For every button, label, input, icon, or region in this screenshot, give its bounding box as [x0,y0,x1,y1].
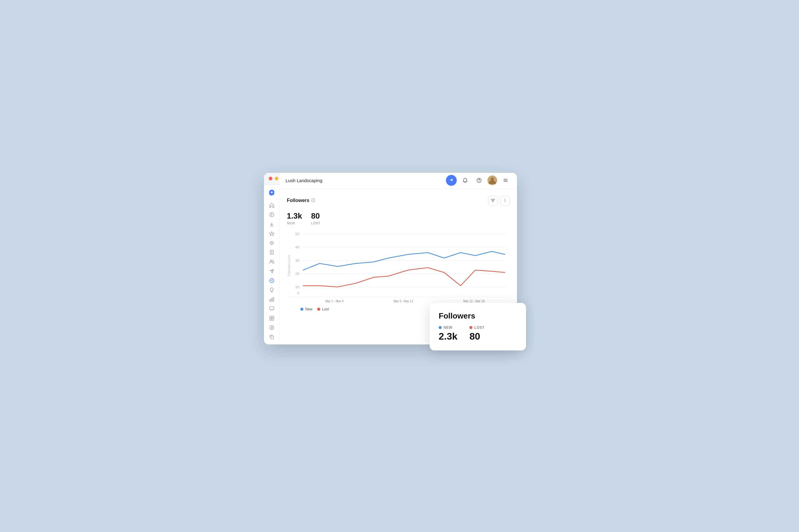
x-label-3: Mar 12 - Mar 18 [463,300,485,303]
tooltip-stats: NEW 2.3k LOST 80 [439,325,517,342]
svg-point-22 [505,202,505,202]
tooltip-new-dot [439,326,442,329]
close-dot[interactable] [269,177,272,180]
svg-point-20 [505,199,505,200]
svg-rect-6 [270,300,271,301]
section-actions [488,196,510,205]
svg-rect-9 [270,307,274,310]
tooltip-lost-value: 80 [469,331,484,342]
svg-text:Followers count: Followers count [287,255,291,276]
chat-icon[interactable] [267,211,277,218]
svg-rect-13 [272,319,274,320]
svg-rect-12 [270,319,272,320]
new-stat: 1.3k NEW [287,211,302,225]
chart-container: 50 40 30 20 10 0 Followers count [287,231,510,309]
grid-icon[interactable] [267,314,277,322]
tooltip-lost-dot [469,326,472,329]
legend-new: New [300,307,312,311]
compose-button[interactable] [446,175,457,186]
svg-rect-11 [272,316,274,318]
new-value: 1.3k [287,211,302,221]
tooltip-new-value: 2.3k [439,331,457,342]
legend-new-label: New [305,307,312,311]
svg-text:0: 0 [297,291,299,294]
new-label: NEW [287,221,302,225]
menu-button[interactable] [500,175,511,186]
svg-rect-15 [271,336,274,339]
tooltip-lost-stat: LOST 80 [469,325,484,342]
top-nav: Lush Landscaping [280,173,517,188]
tooltip-new-header: NEW [439,325,457,330]
tooltip-lost-header: LOST [469,325,484,330]
svg-text:30: 30 [295,259,299,262]
notifications-button[interactable] [460,175,470,186]
more-button[interactable] [500,196,510,205]
legend-lost-label: Lost [322,307,329,311]
minimize-dot[interactable] [275,177,278,180]
legend-lost: Lost [317,307,329,311]
section-title: Followers ⓘ [287,198,315,203]
followers-title: Followers [287,198,310,203]
sidebar [264,185,280,344]
chart-area: 50 40 30 20 10 0 Followers count [287,231,510,297]
chat2-icon[interactable] [267,305,277,312]
svg-point-2 [271,242,272,243]
tooltip-card: Followers NEW 2.3k LOST 80 [430,303,526,350]
svg-rect-7 [271,298,272,301]
svg-rect-8 [273,298,274,301]
filter-button[interactable] [488,196,498,205]
document-icon[interactable] [267,249,277,256]
star-icon[interactable] [267,230,277,237]
download-icon[interactable] [267,221,277,228]
x-label-1: Mar 1 - Mar 4 [326,300,343,303]
svg-point-21 [505,200,505,201]
tooltip-title: Followers [439,311,517,321]
svg-point-17 [479,181,479,182]
new-followers-line [303,251,505,270]
section-header: Followers ⓘ [287,196,510,205]
avatar[interactable] [487,175,497,185]
chart-svg: 50 40 30 20 10 0 Followers count [287,231,510,297]
x-label-2: Mar 5 - Mar 11 [393,300,413,303]
home-icon[interactable] [267,202,277,209]
svg-text:40: 40 [295,245,299,249]
svg-point-4 [270,260,272,262]
app-logo[interactable] [267,188,277,197]
legend-new-dot [300,308,303,311]
nav-actions [446,175,511,186]
info-icon[interactable]: ⓘ [311,198,315,203]
copy-icon[interactable] [267,333,277,341]
send-icon[interactable] [267,267,277,275]
svg-text:50: 50 [295,232,299,235]
legend-lost-dot [317,308,320,311]
stats-row: 1.3k NEW 80 LOST [287,211,510,225]
bar-chart-icon[interactable] [267,296,277,303]
tooltip-new-label: NEW [444,325,452,330]
nav-title: Lush Landscaping [285,178,322,183]
lost-followers-line [303,268,505,287]
lost-label: LOST [311,221,320,225]
svg-rect-10 [270,316,272,318]
users-icon[interactable] [267,258,277,266]
lost-value: 80 [311,211,320,221]
tooltip-new-stat: NEW 2.3k [439,325,457,342]
svg-text:10: 10 [295,285,299,288]
scene: Lush Landscaping [264,173,535,360]
crosshair-icon[interactable] [267,239,277,247]
analytics-icon[interactable] [267,277,277,284]
circle-dollar-icon[interactable] [267,324,277,331]
help-button[interactable] [473,175,484,186]
svg-text:20: 20 [295,272,299,275]
tooltip-lost-label: LOST [474,325,484,330]
svg-point-19 [491,178,494,180]
bulb-icon[interactable] [267,286,277,293]
lost-stat: 80 LOST [311,211,320,225]
